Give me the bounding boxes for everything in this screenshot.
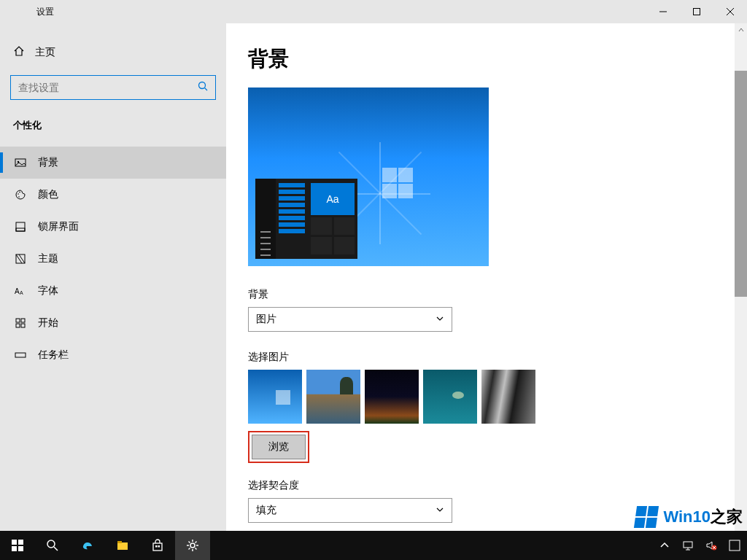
font-icon: AA	[13, 285, 28, 297]
thumbnail-1[interactable]	[248, 370, 302, 424]
search-input[interactable]	[10, 75, 216, 100]
volume-icon[interactable]	[702, 540, 721, 551]
network-icon[interactable]	[678, 540, 697, 551]
svg-rect-24	[18, 546, 23, 551]
browse-highlight: 浏览	[248, 431, 309, 463]
svg-rect-22	[18, 540, 23, 545]
start-button[interactable]	[0, 531, 35, 560]
nav-background[interactable]: 背景	[0, 147, 226, 179]
svg-point-10	[18, 196, 20, 198]
nav-label: 背景	[38, 156, 58, 169]
nav-lockscreen[interactable]: 锁屏界面	[0, 211, 226, 243]
watermark: Win10之家 www.win10xitong.com	[635, 506, 743, 528]
lockscreen-icon	[13, 221, 28, 233]
minimize-button[interactable]	[646, 0, 680, 23]
svg-rect-11	[16, 222, 25, 231]
search-icon	[198, 81, 208, 94]
browse-button[interactable]: 浏览	[252, 435, 306, 459]
nav-label: 字体	[38, 284, 58, 298]
window-title: 设置	[0, 6, 54, 18]
palette-icon	[13, 189, 28, 201]
svg-text:A: A	[20, 290, 23, 295]
ime-icon[interactable]	[725, 540, 744, 551]
svg-point-8	[18, 193, 19, 195]
svg-rect-41	[684, 542, 692, 548]
svg-line-39	[196, 542, 197, 543]
svg-rect-12	[16, 228, 25, 231]
settings-button[interactable]	[175, 531, 210, 560]
fit-label: 选择契合度	[248, 479, 725, 492]
titlebar: 设置	[0, 0, 747, 23]
svg-rect-30	[155, 545, 158, 548]
scroll-thumb[interactable]	[735, 71, 747, 297]
svg-rect-27	[117, 542, 128, 550]
thumbnail-3[interactable]	[365, 370, 419, 424]
svg-point-32	[190, 543, 195, 548]
nav-label: 主题	[38, 252, 58, 265]
nav-label: 颜色	[38, 188, 58, 201]
nav-start[interactable]: 开始	[0, 307, 226, 339]
nav-taskbar[interactable]: 任务栏	[0, 339, 226, 371]
edge-button[interactable]	[70, 531, 105, 560]
home-icon	[13, 45, 25, 59]
svg-rect-23	[12, 546, 17, 551]
dropdown-value: 填充	[256, 504, 276, 517]
chevron-down-icon	[436, 314, 444, 325]
chevron-down-icon	[436, 505, 444, 516]
home-label: 主页	[35, 46, 55, 59]
search-field[interactable]	[18, 82, 198, 93]
background-dropdown[interactable]: 图片	[248, 307, 452, 332]
svg-rect-47	[729, 540, 740, 551]
nav-colors[interactable]: 颜色	[0, 179, 226, 211]
maximize-button[interactable]	[680, 0, 713, 23]
windows-logo-icon	[634, 506, 659, 528]
page-title: 背景	[248, 45, 725, 73]
svg-rect-28	[117, 541, 122, 543]
tray-chevron-up-icon[interactable]	[655, 540, 674, 551]
thumbnail-4[interactable]	[423, 370, 477, 424]
desktop-preview: Aa	[248, 88, 489, 266]
svg-line-37	[189, 542, 190, 543]
svg-line-40	[189, 548, 190, 550]
svg-point-9	[19, 192, 20, 193]
content-area: 背景 Aa 背景 图片 选择图片	[226, 23, 747, 531]
svg-rect-17	[21, 319, 25, 322]
nav-label: 锁屏界面	[38, 220, 79, 233]
svg-line-5	[205, 88, 208, 91]
svg-point-4	[199, 82, 206, 89]
theme-icon	[13, 253, 28, 265]
close-button[interactable]	[713, 0, 747, 23]
fit-dropdown[interactable]: 填充	[248, 498, 452, 523]
image-thumbnails	[248, 370, 725, 424]
taskbar	[0, 531, 747, 560]
svg-rect-16	[16, 319, 20, 322]
dropdown-value: 图片	[256, 313, 276, 326]
svg-rect-31	[158, 545, 160, 548]
sidebar: 主页 个性化 背景 颜色 锁屏界面 主题	[0, 23, 226, 531]
nav-themes[interactable]: 主题	[0, 243, 226, 275]
svg-rect-29	[153, 543, 162, 551]
taskbar-icon	[13, 349, 28, 361]
svg-text:A: A	[15, 287, 20, 295]
system-tray	[655, 531, 747, 560]
home-link[interactable]: 主页	[0, 38, 226, 66]
start-icon	[13, 317, 28, 329]
picture-icon	[13, 157, 28, 168]
thumbnail-5[interactable]	[481, 370, 535, 424]
svg-rect-19	[21, 324, 25, 327]
svg-point-25	[47, 540, 55, 548]
background-label: 背景	[248, 288, 725, 301]
nav-label: 任务栏	[38, 349, 69, 362]
svg-rect-20	[15, 353, 26, 357]
svg-line-26	[54, 547, 58, 551]
explorer-button[interactable]	[105, 531, 140, 560]
thumbnail-2[interactable]	[306, 370, 360, 424]
store-button[interactable]	[140, 531, 175, 560]
nav-fonts[interactable]: AA 字体	[0, 275, 226, 307]
nav-label: 开始	[38, 316, 58, 330]
search-button[interactable]	[35, 531, 70, 560]
scrollbar[interactable]	[735, 23, 747, 531]
svg-rect-21	[12, 540, 17, 545]
scroll-up-icon[interactable]	[735, 23, 747, 36]
svg-rect-1	[694, 9, 700, 15]
